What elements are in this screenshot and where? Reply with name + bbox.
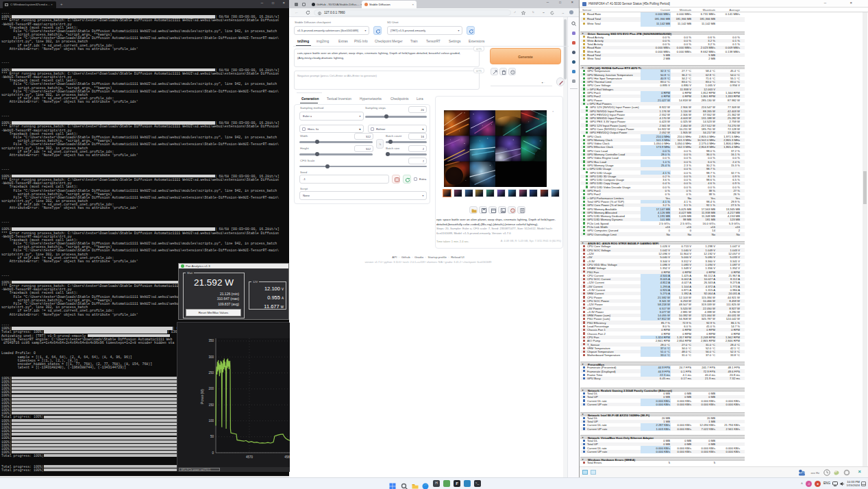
svg-text:200: 200: [208, 387, 214, 390]
svg-text:350: 350: [208, 339, 214, 342]
svg-text:50: 50: [210, 435, 214, 438]
svg-text:4570: 4570: [246, 455, 253, 459]
svg-text:Power (W): Power (W): [201, 389, 204, 404]
svg-text:300: 300: [208, 355, 214, 359]
svg-text:250: 250: [208, 371, 214, 375]
svg-text:150: 150: [208, 403, 214, 407]
svg-text:100: 100: [208, 419, 214, 423]
svg-text:458: 458: [284, 455, 290, 459]
